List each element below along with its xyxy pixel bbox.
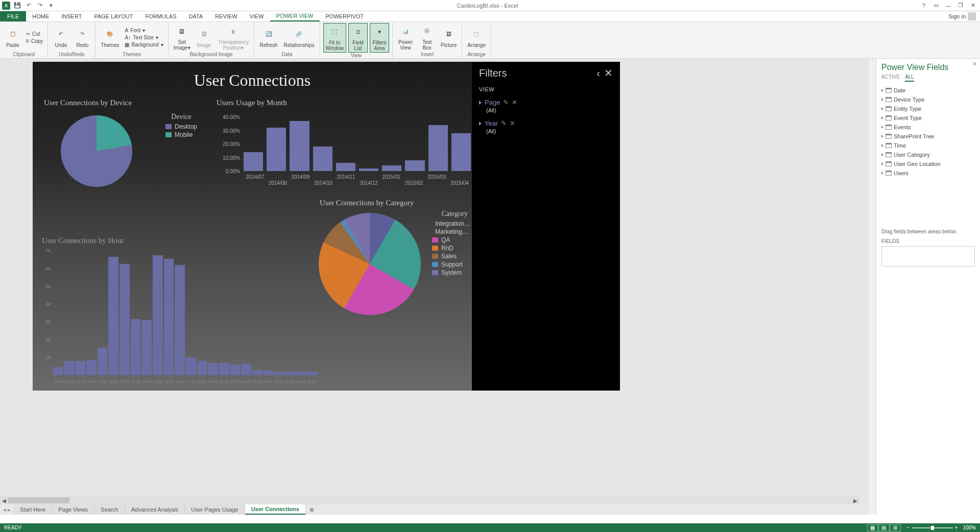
- bar[interactable]: [313, 147, 332, 171]
- scroll-track[interactable]: [8, 496, 851, 504]
- bar[interactable]: [175, 265, 185, 375]
- bar[interactable]: [336, 163, 355, 171]
- redo-qat-button[interactable]: ↷: [36, 2, 44, 10]
- view-pagebreak-button[interactable]: ⊞: [890, 524, 901, 531]
- themes-button[interactable]: 🎨Themes: [99, 26, 121, 49]
- tab-insert[interactable]: INSERT: [55, 11, 88, 21]
- bar[interactable]: [405, 160, 424, 171]
- scroll-left-button[interactable]: ◂: [0, 496, 8, 504]
- tab-data[interactable]: DATA: [183, 11, 209, 21]
- bar[interactable]: [307, 372, 318, 375]
- tab-powerview[interactable]: POWER VIEW: [270, 11, 320, 21]
- bar[interactable]: [53, 367, 63, 375]
- filter-mode-icon[interactable]: ✎: [503, 99, 509, 106]
- sheet-tab[interactable]: Start Here: [14, 504, 52, 515]
- field-row[interactable]: Events: [881, 123, 975, 132]
- sheet-nav[interactable]: ◂ ▸: [0, 504, 14, 515]
- tab-formulas[interactable]: FORMULAS: [139, 11, 182, 21]
- filtersarea-button[interactable]: ▼FiltersArea: [370, 23, 389, 53]
- bar[interactable]: [186, 357, 196, 375]
- bar[interactable]: [219, 363, 229, 375]
- bar[interactable]: [131, 319, 141, 375]
- arrange-button[interactable]: ⬚Arrange: [465, 26, 488, 49]
- bar[interactable]: [264, 370, 274, 375]
- save-button[interactable]: 💾: [13, 2, 21, 10]
- sheet-tab[interactable]: User Pages Usage: [185, 504, 245, 515]
- picture-button[interactable]: 🖼Picture: [439, 26, 459, 49]
- zoom-slider[interactable]: [912, 527, 953, 528]
- field-row[interactable]: Users: [881, 168, 975, 178]
- bar[interactable]: [108, 257, 118, 375]
- bar[interactable]: [98, 348, 108, 375]
- legend-item[interactable]: QA: [432, 236, 468, 244]
- legend-item[interactable]: Mobile: [165, 131, 197, 138]
- close-button[interactable]: ✕: [969, 2, 977, 10]
- category-pie-chart[interactable]: [319, 213, 421, 315]
- tab-powerpivot[interactable]: POWERPIVOT: [320, 11, 370, 21]
- scroll-thumb[interactable]: [8, 497, 69, 503]
- file-tab[interactable]: FILE: [0, 11, 26, 21]
- bar[interactable]: [141, 320, 152, 375]
- font-button[interactable]: AFont▾: [123, 27, 164, 34]
- field-row[interactable]: User Geo Location: [881, 159, 975, 168]
- image-button[interactable]: 🖼Image: [195, 26, 214, 49]
- tab-review[interactable]: REVIEW: [209, 11, 243, 21]
- ribbon-display-button[interactable]: ▭: [932, 2, 940, 10]
- restore-button[interactable]: ❐: [957, 2, 965, 10]
- powerview-canvas[interactable]: User Connections User Connections by Dev…: [33, 62, 620, 391]
- vertical-scrollbar[interactable]: [869, 59, 876, 515]
- hour-bar-chart[interactable]: 7K 6K 5K 4K 3K 2K 1K 23:0022:0021:0020:0…: [42, 251, 318, 383]
- legend-item[interactable]: Marketing…: [432, 228, 468, 235]
- minimize-button[interactable]: —: [944, 2, 952, 10]
- transparency-button[interactable]: ◐TransparencyPosition▾: [216, 23, 251, 52]
- bar[interactable]: [359, 168, 378, 171]
- sheet-tab[interactable]: Search: [94, 504, 125, 515]
- undo-qat-button[interactable]: ↶: [25, 2, 33, 10]
- textbox-button[interactable]: ⒶTextBox: [417, 23, 437, 52]
- horizontal-scrollbar[interactable]: ◂ ▸: [0, 496, 859, 504]
- redo-button[interactable]: ↷Redo: [73, 26, 92, 49]
- fields-tab-all[interactable]: ALL: [905, 74, 914, 82]
- customize-qat-button[interactable]: ▾: [47, 2, 55, 10]
- help-button[interactable]: ?: [920, 2, 928, 10]
- bar[interactable]: [297, 372, 307, 375]
- filters-close-icon[interactable]: ✕: [604, 67, 613, 79]
- sheet-tab[interactable]: User Connections: [245, 504, 306, 515]
- bar[interactable]: [153, 255, 163, 375]
- bar[interactable]: [197, 361, 207, 375]
- legend-item[interactable]: Desktop: [165, 123, 197, 130]
- bar[interactable]: [244, 152, 263, 171]
- bar[interactable]: [290, 121, 309, 171]
- month-bar-chart[interactable]: 40.00% 30.00% 20.00% 10.00% 0.00% 2014/0…: [216, 117, 471, 183]
- bar[interactable]: [230, 365, 241, 375]
- fit-window-button[interactable]: ⛶Fit toWindow: [323, 23, 347, 53]
- legend-item[interactable]: Sales: [432, 253, 468, 260]
- background-button[interactable]: ▦Background▾: [123, 41, 164, 48]
- bar[interactable]: [252, 370, 262, 375]
- paste-button[interactable]: 📋Paste: [3, 26, 22, 49]
- filters-collapse-icon[interactable]: ‹: [596, 67, 600, 79]
- legend-item[interactable]: Integration…: [432, 220, 468, 227]
- legend-item[interactable]: RnD: [432, 245, 468, 252]
- field-row[interactable]: Event Type: [881, 113, 975, 123]
- field-row[interactable]: User Category: [881, 150, 975, 159]
- bar[interactable]: [285, 372, 296, 375]
- fields-close-icon[interactable]: ✕: [972, 61, 977, 67]
- relationships-button[interactable]: 🔗Relationships: [281, 26, 316, 49]
- bar[interactable]: [119, 264, 130, 375]
- bar[interactable]: [86, 360, 97, 375]
- dashboard-title[interactable]: User Connections: [33, 71, 472, 90]
- view-pagelayout-button[interactable]: ▤: [878, 524, 890, 531]
- filter-clear-icon[interactable]: ✕: [510, 119, 515, 127]
- filter-item[interactable]: Page✎✕(All): [479, 99, 613, 113]
- field-row[interactable]: Date: [881, 86, 975, 95]
- tab-home[interactable]: HOME: [26, 11, 55, 21]
- bar[interactable]: [241, 364, 251, 375]
- bar[interactable]: [267, 128, 286, 171]
- bar[interactable]: [451, 133, 471, 171]
- filter-clear-icon[interactable]: ✕: [512, 99, 517, 106]
- powerview-button[interactable]: 📊PowerView: [396, 23, 415, 52]
- bar[interactable]: [208, 363, 218, 375]
- setimage-button[interactable]: 🖼SetImage▾: [172, 23, 193, 52]
- bar[interactable]: [274, 372, 284, 375]
